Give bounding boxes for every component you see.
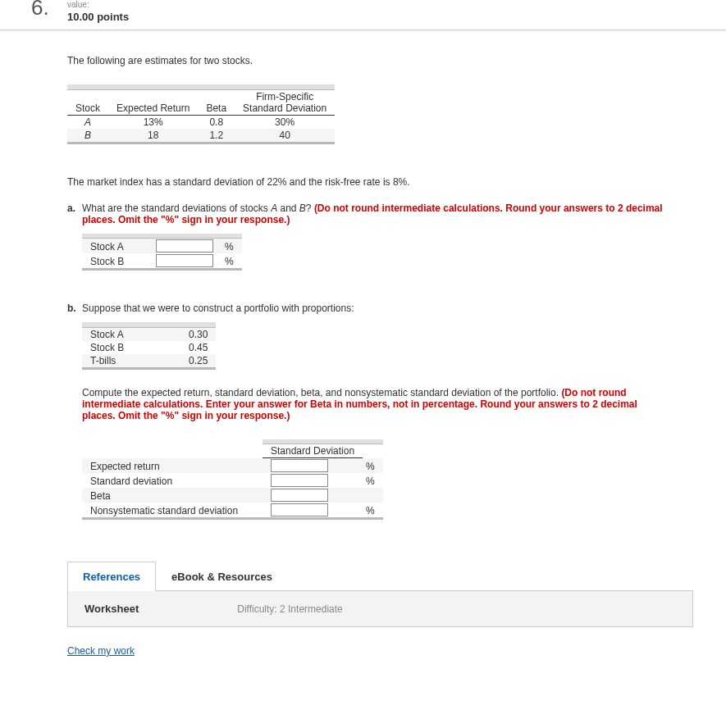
- input-beta[interactable]: [271, 489, 328, 502]
- table-cell: T-bills: [82, 354, 180, 367]
- text: ?: [306, 202, 314, 214]
- difficulty-label: Difficulty: 2 Intermediate: [237, 603, 343, 615]
- table-cell: 40: [235, 129, 335, 142]
- unit: [363, 488, 383, 503]
- unit-pct: %: [221, 239, 242, 254]
- part-b-answer-table: Standard Deviation Expected return % Sta…: [82, 439, 383, 521]
- col-standard-deviation: Standard Deviation: [263, 444, 363, 458]
- row-label: Beta: [82, 488, 263, 503]
- part-a-question: What are the standard deviations of stoc…: [82, 202, 693, 225]
- row-label-stock-a: Stock A: [82, 239, 148, 254]
- tab-references[interactable]: References: [67, 562, 156, 591]
- text: A: [271, 202, 277, 214]
- proportions-table: Stock A 0.30 Stock B 0.45 T-bills 0.25: [82, 322, 216, 370]
- table-cell: 0.25: [180, 354, 216, 367]
- col-stock: Stock: [67, 89, 108, 115]
- tab-ebook-resources[interactable]: eBook & Resources: [156, 562, 288, 591]
- question-number: 6.: [31, 0, 49, 20]
- points-value: 10.00 points: [67, 11, 726, 23]
- intro-text: The following are estimates for two stoc…: [67, 55, 693, 66]
- table-cell: Stock A: [82, 327, 180, 341]
- table-cell: 30%: [235, 115, 335, 129]
- row-label-stock-b: Stock B: [82, 253, 148, 268]
- part-a-answer-table: Stock A % Stock B %: [82, 234, 242, 271]
- part-b-letter: b.: [67, 303, 82, 314]
- table-cell: 0.45: [180, 341, 216, 354]
- row-label: Standard deviation: [82, 473, 263, 488]
- unit-pct: %: [363, 458, 383, 474]
- part-b-question: Suppose that we were to construct a port…: [82, 303, 693, 314]
- col-expected-return: Expected Return: [108, 89, 198, 115]
- market-text: The market index has a standard deviatio…: [67, 176, 693, 188]
- table-cell: Stock B: [82, 341, 180, 354]
- table-cell: 13%: [108, 115, 198, 129]
- row-label: Nonsystematic standard deviation: [82, 503, 263, 517]
- input-stock-a-sd[interactable]: [156, 239, 213, 253]
- table-cell: 1.2: [198, 129, 235, 142]
- compute-text: Compute the expected return, standard de…: [82, 387, 669, 421]
- text: and: [277, 202, 299, 214]
- text: Compute the expected return, standard de…: [82, 387, 561, 398]
- col-beta: Beta: [198, 89, 235, 115]
- value-label: value:: [67, 0, 726, 9]
- text: What are the standard deviations of stoc…: [82, 202, 271, 214]
- input-stock-b-sd[interactable]: [156, 254, 213, 267]
- unit-pct: %: [221, 253, 242, 268]
- input-nonsystematic-sd[interactable]: [271, 503, 328, 516]
- table-cell: 0.30: [180, 327, 216, 341]
- col-fssd: Firm-Specific Standard Deviation: [235, 89, 335, 115]
- check-my-work-link[interactable]: Check my work: [67, 645, 135, 657]
- table-cell: B: [67, 129, 108, 142]
- unit-pct: %: [363, 503, 383, 517]
- input-expected-return[interactable]: [271, 459, 328, 472]
- stock-estimates-table: Stock Expected Return Beta Firm-Specific…: [67, 84, 335, 144]
- table-cell: A: [67, 115, 108, 129]
- row-label: Expected return: [82, 458, 263, 474]
- table-cell: 0.8: [198, 115, 235, 129]
- worksheet-link[interactable]: Worksheet: [84, 603, 139, 615]
- text: B: [299, 202, 306, 214]
- unit-pct: %: [363, 473, 383, 488]
- table-cell: 18: [108, 129, 198, 142]
- part-a-letter: a.: [67, 202, 82, 225]
- input-standard-deviation[interactable]: [271, 474, 328, 487]
